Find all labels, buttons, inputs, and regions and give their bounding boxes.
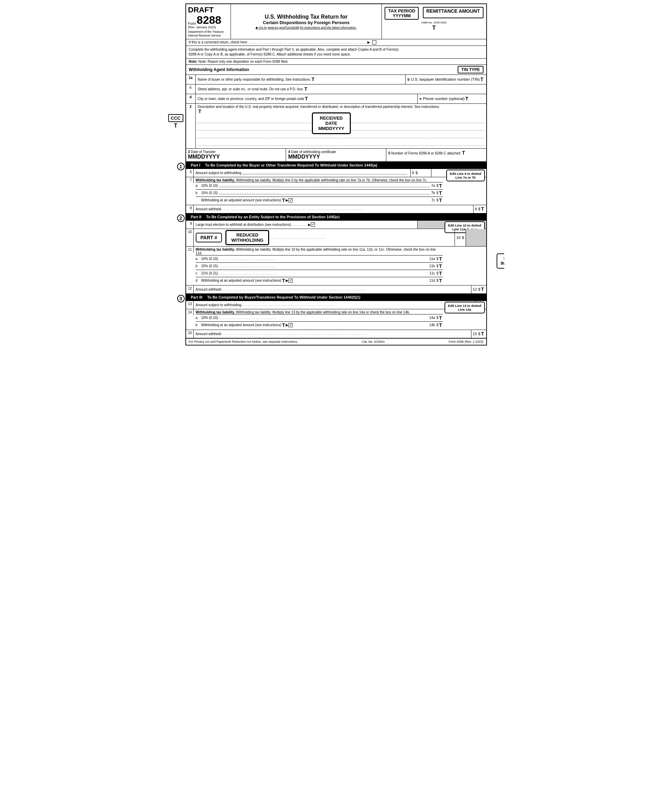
line-14b-arrow: ▶ bbox=[286, 323, 288, 327]
line-11c-row: c 21% (0.21) . . . . . . . . . . . . . .… bbox=[196, 270, 443, 277]
line-11b-row: b 15% (0.15) . . . . . . . . . . . . . .… bbox=[196, 263, 443, 270]
line-7b-dollar: $ bbox=[436, 191, 438, 195]
line-15-t: T bbox=[481, 331, 484, 336]
line-11c-dots: . . . . . . . . . . . . . . . . . . . . … bbox=[218, 272, 429, 275]
line-7-row: 7 Withholding tax liability. Withholding… bbox=[186, 177, 486, 205]
received-label: RECEIVED bbox=[318, 116, 344, 121]
line-10-num: 10 bbox=[186, 229, 194, 246]
ccc-box: CCC bbox=[168, 114, 183, 122]
line-14b-check[interactable] bbox=[288, 323, 293, 327]
line-1a-row: 1a Name of buyer or other party responsi… bbox=[186, 75, 486, 84]
line-10-row: 10 PART # REDUCEDWITHHOLDING . . . . . .… bbox=[186, 229, 486, 247]
note-label: Note: bbox=[189, 60, 198, 63]
line-11b-text: 15% (0.15) bbox=[201, 264, 218, 268]
form-word: Form bbox=[188, 22, 196, 26]
line-1a-t: T bbox=[311, 77, 315, 82]
dotted-leaders: . . . . . . . . . . . . . . . . . . . . … bbox=[250, 40, 365, 44]
line-11c-label: c bbox=[196, 271, 201, 275]
line-7b-dots: . . . . . . . . . . . . . . . . . . . . … bbox=[219, 191, 430, 194]
instructions-row: Complete the withholding agent informati… bbox=[186, 46, 486, 59]
line-7b-text: 15% (0.15) bbox=[201, 191, 218, 195]
line-10-desc: PART # REDUCEDWITHHOLDING . . . . . . . … bbox=[194, 229, 455, 246]
line-11b-dots: . . . . . . . . . . . . . . . . . . . . … bbox=[218, 264, 429, 268]
line-1a-label: 1a bbox=[186, 75, 196, 84]
line-9-row: 9 Large trust election to withhold at di… bbox=[186, 221, 486, 229]
part2-label: Part II bbox=[189, 215, 204, 219]
line-10-dollar: $ bbox=[462, 235, 464, 240]
date-transfer-cell: 3 Date of Transfer MMDDYYYY bbox=[186, 148, 286, 161]
line-6-dollar: $ bbox=[416, 171, 418, 175]
form-id-block: DRAFT Form 8288 (Rev. January 2023) Depa… bbox=[186, 4, 231, 39]
line-12-row: 12 Amount withheld . . . . . . . . . . .… bbox=[186, 285, 486, 294]
line-6-edit-area: Edit Line 6 to dottedLine 7a or 7b bbox=[431, 169, 486, 177]
line-11b-t: T bbox=[439, 263, 442, 269]
line-12-t: T bbox=[481, 287, 484, 292]
line-14b-num: 14b bbox=[429, 323, 435, 327]
line-15-row: 15 Amount withheld . . . . . . . . . . .… bbox=[186, 330, 486, 338]
subtitle: Certain Dispositions by Foreign Persons bbox=[234, 20, 378, 25]
title-block: U.S. Withholding Tax Return for Certain … bbox=[231, 4, 382, 39]
line-14b-t: T bbox=[282, 322, 285, 328]
line-1d-t: T bbox=[305, 96, 308, 101]
footer-privacy: For Privacy Act and Paperwork Reduction … bbox=[189, 340, 298, 343]
note-text: Note: Report only one disposition on eac… bbox=[199, 60, 288, 63]
line-14b-row: b Withholding at an adjusted amount (see… bbox=[196, 321, 443, 329]
line-7b-num: 7b bbox=[431, 191, 435, 195]
line-1d-row: d City or town, state or province, count… bbox=[186, 94, 486, 104]
line-2-t: T bbox=[199, 109, 202, 114]
part2-header: Part II To Be Completed by an Entity Sub… bbox=[186, 213, 486, 221]
line-1b-block: b U.S. taxpayer identification number (T… bbox=[405, 75, 486, 84]
goto-url: www.irs.gov/Form8288 bbox=[267, 26, 299, 29]
line-11a-row: a 10% (0.10) . . . . . . . . . . . . . .… bbox=[196, 255, 443, 263]
line-11d-t2: T bbox=[439, 278, 442, 283]
line-15-amount: 15 $ T bbox=[471, 330, 486, 338]
line-11a-text: 10% (0.10) bbox=[201, 257, 218, 261]
instructions-line2: 8288-A or Copy A or B, as applicable, of… bbox=[189, 52, 483, 57]
line-1e-block: e Phone number (optional) T bbox=[417, 94, 486, 104]
line-14b-label: b bbox=[196, 323, 201, 327]
line-7c-check[interactable] bbox=[288, 198, 293, 202]
dept-info: Department of the Treasury Internal Reve… bbox=[188, 30, 228, 38]
line-7a-label: a bbox=[196, 184, 201, 188]
line-11-row: 11 Withholding tax liability. Withholdin… bbox=[186, 247, 486, 285]
line-8-t: T bbox=[481, 206, 484, 212]
line-12-dollar: $ bbox=[478, 287, 480, 292]
line-9-check[interactable] bbox=[311, 222, 315, 227]
date-cert-label: 4 bbox=[288, 150, 290, 154]
part1-circle: 1 bbox=[177, 163, 185, 171]
internal-revenue: Internal Revenue Service bbox=[188, 34, 228, 38]
line-2-num: 2 bbox=[186, 104, 196, 148]
line-14a-dots: . . . . . . . . . . . . . . . . . . . . … bbox=[218, 316, 429, 320]
form-number: 8288 bbox=[197, 14, 221, 26]
ccc-t: T bbox=[168, 123, 183, 129]
date-format: MMDDYYYY bbox=[318, 126, 344, 131]
line-13-row: 13 Amount subject to withholding . . . .… bbox=[186, 301, 486, 309]
corrected-row: If this is a corrected return, check her… bbox=[186, 39, 486, 46]
date-transfer-label: 3 bbox=[188, 150, 190, 154]
main-title: U.S. Withholding Tax Return for bbox=[234, 14, 378, 20]
corrected-checkbox[interactable] bbox=[372, 40, 376, 44]
edit-bubble-13: Edit Line 13 to dottedLine 14a bbox=[444, 302, 485, 314]
footer-cat: Cat. No. 62260A bbox=[362, 340, 385, 343]
line-11d-arrow: ▶ bbox=[286, 279, 288, 282]
note-row: Note: Note: Report only one disposition … bbox=[186, 59, 486, 65]
line-11a-num: 11a bbox=[429, 257, 435, 261]
line-9-num: 9 bbox=[186, 221, 194, 229]
ccc-box-wrapper: CCC T bbox=[168, 114, 183, 129]
part1-label: Part I bbox=[189, 163, 202, 167]
line-7c-dollar: $ bbox=[436, 198, 438, 202]
corrected-text: If this is a corrected return, check her… bbox=[189, 40, 247, 44]
corrected-arrow: ▶ bbox=[367, 40, 370, 44]
line-7-num: 7 bbox=[186, 177, 194, 183]
line-7c-arrow: ▶ bbox=[286, 198, 288, 202]
line-11d-check[interactable] bbox=[288, 279, 293, 283]
line-1a-content: Name of buyer or other party responsible… bbox=[196, 75, 405, 84]
line-11d-num: 11d bbox=[429, 279, 435, 282]
footer-form-ref: Form 8288 (Rev. 1-2023) bbox=[449, 340, 483, 343]
part3-label: Part III bbox=[189, 295, 205, 300]
num-forms-label: 5 bbox=[388, 151, 390, 155]
goto-suffix: for instructions and the latest informat… bbox=[300, 26, 357, 29]
date-transfer-val: MMDDYYYY bbox=[188, 154, 284, 160]
line-13-desc: Amount subject to withholding . . . . . … bbox=[194, 301, 476, 309]
line-12-amount: 12 $ T bbox=[471, 285, 486, 293]
